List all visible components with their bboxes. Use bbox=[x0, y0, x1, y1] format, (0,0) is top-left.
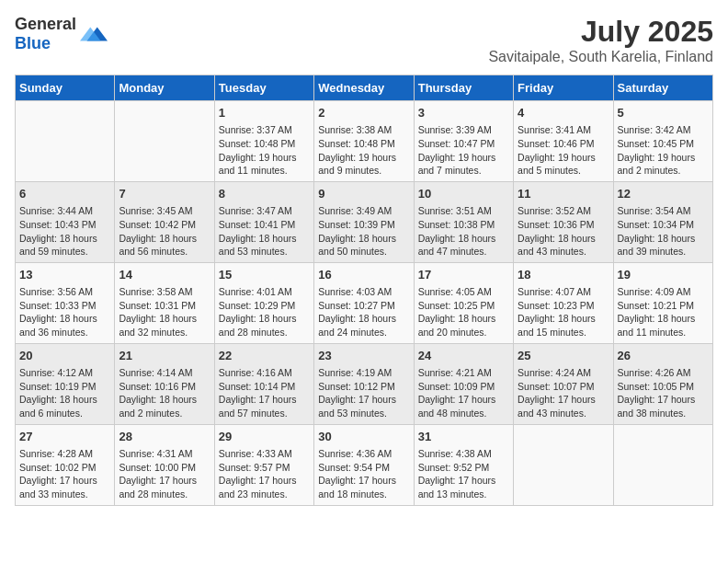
calendar-cell bbox=[16, 101, 115, 182]
day-info: Sunrise: 4:28 AM Sunset: 10:02 PM Daylig… bbox=[19, 447, 110, 501]
day-number: 19 bbox=[618, 267, 709, 283]
calendar-header-row: Sunday Monday Tuesday Wednesday Thursday… bbox=[16, 75, 713, 101]
logo-icon bbox=[80, 20, 108, 48]
calendar-cell: 15Sunrise: 4:01 AM Sunset: 10:29 PM Dayl… bbox=[214, 262, 313, 343]
calendar-cell: 22Sunrise: 4:16 AM Sunset: 10:14 PM Dayl… bbox=[214, 343, 313, 424]
calendar-week-row: 1Sunrise: 3:37 AM Sunset: 10:48 PM Dayli… bbox=[16, 101, 713, 182]
day-info: Sunrise: 4:12 AM Sunset: 10:19 PM Daylig… bbox=[19, 366, 110, 420]
logo: General Blue bbox=[15, 15, 108, 53]
day-number: 11 bbox=[518, 186, 609, 202]
title-block: July 2025 Savitaipale, South Karelia, Fi… bbox=[488, 15, 713, 65]
day-number: 23 bbox=[318, 348, 409, 364]
calendar-cell: 14Sunrise: 3:58 AM Sunset: 10:31 PM Dayl… bbox=[115, 262, 214, 343]
calendar-title: July 2025 bbox=[488, 15, 713, 49]
day-info: Sunrise: 3:41 AM Sunset: 10:46 PM Daylig… bbox=[518, 123, 609, 178]
day-info: Sunrise: 3:44 AM Sunset: 10:43 PM Daylig… bbox=[19, 204, 110, 259]
col-tuesday: Tuesday bbox=[214, 75, 313, 101]
calendar-cell: 5Sunrise: 3:42 AM Sunset: 10:45 PM Dayli… bbox=[613, 101, 712, 182]
day-info: Sunrise: 3:58 AM Sunset: 10:31 PM Daylig… bbox=[119, 285, 210, 339]
calendar-cell: 18Sunrise: 4:07 AM Sunset: 10:23 PM Dayl… bbox=[514, 262, 613, 343]
day-info: Sunrise: 4:31 AM Sunset: 10:00 PM Daylig… bbox=[119, 447, 210, 501]
logo-general: General bbox=[15, 15, 76, 33]
day-number: 26 bbox=[618, 348, 709, 364]
day-info: Sunrise: 3:54 AM Sunset: 10:34 PM Daylig… bbox=[618, 204, 709, 259]
calendar-cell: 26Sunrise: 4:26 AM Sunset: 10:05 PM Dayl… bbox=[613, 343, 712, 424]
calendar-cell: 11Sunrise: 3:52 AM Sunset: 10:36 PM Dayl… bbox=[514, 181, 613, 262]
day-info: Sunrise: 3:38 AM Sunset: 10:48 PM Daylig… bbox=[318, 123, 409, 178]
calendar-cell: 3Sunrise: 3:39 AM Sunset: 10:47 PM Dayli… bbox=[414, 101, 513, 182]
calendar-week-row: 6Sunrise: 3:44 AM Sunset: 10:43 PM Dayli… bbox=[16, 181, 713, 262]
day-number: 1 bbox=[219, 105, 310, 121]
day-info: Sunrise: 3:37 AM Sunset: 10:48 PM Daylig… bbox=[219, 123, 310, 178]
day-info: Sunrise: 3:42 AM Sunset: 10:45 PM Daylig… bbox=[618, 123, 709, 178]
calendar-cell bbox=[514, 424, 613, 505]
col-thursday: Thursday bbox=[414, 75, 513, 101]
calendar-week-row: 20Sunrise: 4:12 AM Sunset: 10:19 PM Dayl… bbox=[16, 343, 713, 424]
day-number: 21 bbox=[119, 348, 210, 364]
calendar-cell: 10Sunrise: 3:51 AM Sunset: 10:38 PM Dayl… bbox=[414, 181, 513, 262]
logo-blue: Blue bbox=[15, 34, 51, 52]
calendar-cell: 2Sunrise: 3:38 AM Sunset: 10:48 PM Dayli… bbox=[314, 101, 414, 182]
day-number: 8 bbox=[219, 186, 310, 202]
day-number: 29 bbox=[219, 429, 310, 445]
day-info: Sunrise: 4:36 AM Sunset: 9:54 PM Dayligh… bbox=[318, 447, 409, 501]
calendar-cell bbox=[613, 424, 712, 505]
calendar-cell: 25Sunrise: 4:24 AM Sunset: 10:07 PM Dayl… bbox=[514, 343, 613, 424]
day-info: Sunrise: 3:47 AM Sunset: 10:41 PM Daylig… bbox=[219, 204, 310, 259]
calendar-cell: 17Sunrise: 4:05 AM Sunset: 10:25 PM Dayl… bbox=[414, 262, 513, 343]
calendar-cell: 29Sunrise: 4:33 AM Sunset: 9:57 PM Dayli… bbox=[214, 424, 313, 505]
day-number: 20 bbox=[19, 348, 110, 364]
day-number: 17 bbox=[418, 267, 509, 283]
calendar-cell: 21Sunrise: 4:14 AM Sunset: 10:16 PM Dayl… bbox=[115, 343, 214, 424]
day-info: Sunrise: 4:26 AM Sunset: 10:05 PM Daylig… bbox=[618, 366, 709, 420]
day-info: Sunrise: 3:56 AM Sunset: 10:33 PM Daylig… bbox=[19, 285, 110, 339]
day-info: Sunrise: 4:24 AM Sunset: 10:07 PM Daylig… bbox=[518, 366, 609, 420]
day-number: 15 bbox=[219, 267, 310, 283]
calendar-cell: 28Sunrise: 4:31 AM Sunset: 10:00 PM Dayl… bbox=[115, 424, 214, 505]
day-number: 31 bbox=[418, 429, 509, 445]
day-number: 5 bbox=[618, 105, 709, 121]
calendar-subtitle: Savitaipale, South Karelia, Finland bbox=[488, 49, 713, 65]
day-number: 7 bbox=[119, 186, 210, 202]
calendar-cell: 9Sunrise: 3:49 AM Sunset: 10:39 PM Dayli… bbox=[314, 181, 414, 262]
day-info: Sunrise: 3:52 AM Sunset: 10:36 PM Daylig… bbox=[518, 204, 609, 259]
col-sunday: Sunday bbox=[16, 75, 115, 101]
day-info: Sunrise: 4:01 AM Sunset: 10:29 PM Daylig… bbox=[219, 285, 310, 339]
col-friday: Friday bbox=[514, 75, 613, 101]
day-info: Sunrise: 3:39 AM Sunset: 10:47 PM Daylig… bbox=[418, 123, 509, 178]
day-number: 6 bbox=[19, 186, 110, 202]
day-number: 24 bbox=[418, 348, 509, 364]
day-number: 16 bbox=[318, 267, 409, 283]
page-header: General Blue July 2025 Savitaipale, Sout… bbox=[15, 15, 713, 65]
calendar-cell: 12Sunrise: 3:54 AM Sunset: 10:34 PM Dayl… bbox=[613, 181, 712, 262]
day-number: 22 bbox=[219, 348, 310, 364]
calendar-cell: 1Sunrise: 3:37 AM Sunset: 10:48 PM Dayli… bbox=[214, 101, 313, 182]
calendar-cell: 16Sunrise: 4:03 AM Sunset: 10:27 PM Dayl… bbox=[314, 262, 414, 343]
day-info: Sunrise: 4:07 AM Sunset: 10:23 PM Daylig… bbox=[518, 285, 609, 339]
day-number: 9 bbox=[318, 186, 409, 202]
calendar-cell: 23Sunrise: 4:19 AM Sunset: 10:12 PM Dayl… bbox=[314, 343, 414, 424]
day-info: Sunrise: 4:38 AM Sunset: 9:52 PM Dayligh… bbox=[418, 447, 509, 501]
day-info: Sunrise: 4:21 AM Sunset: 10:09 PM Daylig… bbox=[418, 366, 509, 420]
calendar-cell: 6Sunrise: 3:44 AM Sunset: 10:43 PM Dayli… bbox=[16, 181, 115, 262]
calendar-table: Sunday Monday Tuesday Wednesday Thursday… bbox=[15, 75, 713, 506]
col-saturday: Saturday bbox=[613, 75, 712, 101]
day-info: Sunrise: 4:03 AM Sunset: 10:27 PM Daylig… bbox=[318, 285, 409, 339]
day-info: Sunrise: 3:51 AM Sunset: 10:38 PM Daylig… bbox=[418, 204, 509, 259]
calendar-cell: 27Sunrise: 4:28 AM Sunset: 10:02 PM Dayl… bbox=[16, 424, 115, 505]
day-number: 25 bbox=[518, 348, 609, 364]
day-info: Sunrise: 3:49 AM Sunset: 10:39 PM Daylig… bbox=[318, 204, 409, 259]
col-wednesday: Wednesday bbox=[314, 75, 414, 101]
day-info: Sunrise: 4:19 AM Sunset: 10:12 PM Daylig… bbox=[318, 366, 409, 420]
day-number: 12 bbox=[618, 186, 709, 202]
day-number: 14 bbox=[119, 267, 210, 283]
day-number: 18 bbox=[518, 267, 609, 283]
day-number: 10 bbox=[418, 186, 509, 202]
day-info: Sunrise: 4:16 AM Sunset: 10:14 PM Daylig… bbox=[219, 366, 310, 420]
day-info: Sunrise: 4:14 AM Sunset: 10:16 PM Daylig… bbox=[119, 366, 210, 420]
day-number: 13 bbox=[19, 267, 110, 283]
calendar-cell: 31Sunrise: 4:38 AM Sunset: 9:52 PM Dayli… bbox=[414, 424, 513, 505]
day-number: 2 bbox=[318, 105, 409, 121]
day-info: Sunrise: 4:33 AM Sunset: 9:57 PM Dayligh… bbox=[219, 447, 310, 501]
calendar-week-row: 27Sunrise: 4:28 AM Sunset: 10:02 PM Dayl… bbox=[16, 424, 713, 505]
